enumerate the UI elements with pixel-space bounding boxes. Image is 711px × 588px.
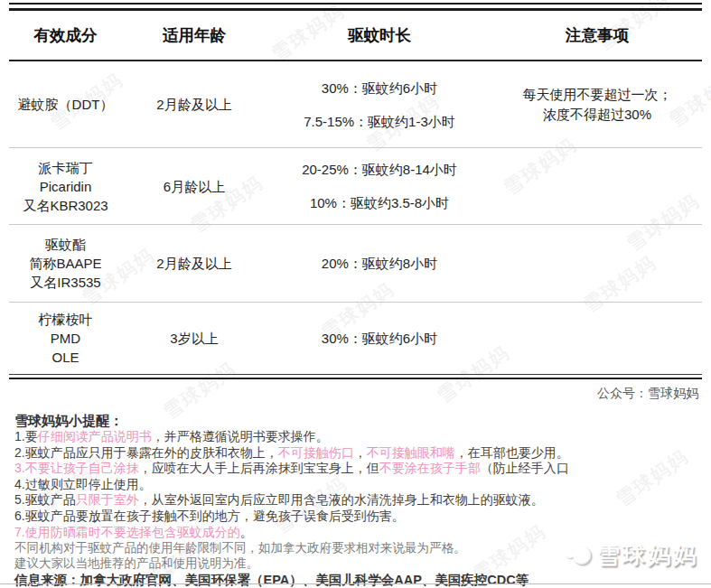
tip-text: ，应喷在大人手上后再涂抹到宝宝身上，但 [139, 461, 379, 475]
tip-line: 2.驱蚊产品应只用于暴露在外的皮肤和衣物上，不可接触伤口，不可接触眼和嘴，在耳部… [14, 445, 700, 462]
tip-text: ，并严格遵循说明书要求操作。 [152, 429, 329, 443]
duration-line: 30%：驱蚊约6小时 [322, 329, 437, 348]
tips-title: 雪球妈妈小提醒： [14, 412, 700, 429]
xueqiumama-logo: 雪球妈妈 [566, 540, 698, 570]
age-line: 2月龄及以上 [156, 95, 231, 114]
tip-text: 6.驱蚊产品要放置在孩子接触不到的地方，避免孩子误食后受到伤害。 [14, 509, 405, 523]
notes-line: 浓度不得超过30% [543, 105, 651, 125]
snowball-icon [566, 545, 591, 566]
tip-highlight: 不可接触伤口 [278, 445, 354, 460]
ingredient-line: 柠檬桉叶 [39, 310, 93, 329]
ingredient-line: 派卡瑞丁 [39, 158, 93, 177]
cell-ingredient: 驱蚊酯简称BAAPE又名IR3535 [9, 225, 122, 302]
cell-age: 6月龄以上 [122, 148, 267, 224]
table-top-double-rule [9, 3, 702, 11]
cell-duration: 20%：驱蚊约8小时 [267, 225, 492, 302]
tip-highlight: 仔细阅读产品说明书 [38, 429, 152, 443]
duration-line: 7.5-15%：驱蚊约1-3小时 [304, 112, 455, 131]
table-bottom-double-rule [9, 374, 702, 379]
tip-text: ，在耳部也要少用。 [455, 445, 569, 460]
tip-text: （防止经手入口 [481, 461, 569, 475]
source-line: 信息来源：加拿大政府官网、美国环保署（EPA）、美国儿科学会AAP、美国疾控CD… [14, 572, 700, 588]
table-body: 避蚊胺（DDT）2月龄及以上30%：驱蚊约6小时7.5-15%：驱蚊约1-3小时… [9, 61, 702, 374]
table-row: 派卡瑞丁Picaridin又名KBR30236月龄以上20-25%：驱蚊约8-1… [9, 148, 702, 225]
cell-ingredient: 派卡瑞丁Picaridin又名KBR3023 [9, 148, 122, 224]
notes-line: 每天使用不要超过一次； [523, 85, 672, 105]
tips-list: 1.要仔细阅读产品说明书，并严格遵循说明书要求操作。2.驱蚊产品应只用于暴露在外… [14, 429, 700, 540]
cell-duration: 30%：驱蚊约6小时7.5-15%：驱蚊约1-3小时 [267, 61, 492, 147]
cell-age: 2月龄及以上 [122, 225, 267, 302]
tip-highlight: 7.使用防晒霜时不要选择包含驱蚊成分的 [14, 525, 240, 539]
ingredient-line: PMD [51, 329, 80, 348]
tip-text: 5.驱蚊产品 [14, 492, 76, 507]
ingredient-line: 简称BAAPE [29, 254, 101, 273]
tip-text: 。 [240, 525, 253, 539]
tip-line: 4.过敏则立即停止使用。 [14, 477, 700, 493]
duration-line: 20-25%：驱蚊约8-14小时 [302, 160, 457, 179]
cell-ingredient: 避蚊胺（DDT） [9, 61, 122, 147]
tip-highlight: 不可接触眼和嘴 [367, 445, 455, 460]
tip-highlight: 3.不要让孩子自己涂抹 [14, 461, 139, 475]
repellent-table: 有效成分适用年龄驱蚊时长注意事项 避蚊胺（DDT）2月龄及以上30%：驱蚊约6小… [9, 3, 702, 379]
ingredient-line: 驱蚊酯 [45, 235, 86, 254]
tip-highlight: 不要涂在孩子手部 [379, 461, 481, 475]
tip-text: ，从室外返回室内后应立即用含皂液的水清洗掉身上和衣物上的驱蚊液。 [139, 492, 544, 507]
header-cell: 驱蚊时长 [267, 11, 492, 60]
header-cell: 有效成分 [9, 11, 122, 60]
header-cell: 注意事项 [492, 11, 702, 60]
table-header-row: 有效成分适用年龄驱蚊时长注意事项 [9, 11, 702, 61]
tip-text: 4.过敏则立即停止使用。 [14, 477, 152, 491]
tip-text: 2.驱蚊产品应只用于暴露在外的皮肤和衣物上， [14, 445, 278, 460]
ingredient-line: 又名KBR3023 [23, 196, 108, 215]
ingredient-line: 又名IR3535 [30, 273, 100, 292]
tip-text: ， [354, 445, 367, 460]
cell-notes [492, 148, 702, 224]
cell-duration: 20-25%：驱蚊约8-14小时10%：驱蚊约3.5-8小时 [267, 148, 492, 224]
cell-age: 2月龄及以上 [122, 61, 267, 147]
tip-text: 1.要 [14, 429, 38, 443]
footer-divider [0, 583, 711, 584]
duration-line: 10%：驱蚊约3.5-8小时 [310, 193, 449, 212]
age-line: 2月龄及以上 [156, 254, 231, 273]
header-cell: 适用年龄 [122, 11, 267, 60]
ingredient-line: 避蚊胺（DDT） [18, 95, 114, 114]
tip-highlight: 只限于室外 [76, 492, 139, 507]
age-line: 6月龄以上 [164, 177, 225, 196]
age-line: 3岁以上 [170, 329, 218, 348]
table-row: 柠檬桉叶PMDOLE3岁以上30%：驱蚊约6小时 [9, 303, 702, 374]
cell-age: 3岁以上 [122, 303, 267, 374]
tip-line: 3.不要让孩子自己涂抹，应喷在大人手上后再涂抹到宝宝身上，但不要涂在孩子手部（防… [14, 461, 700, 477]
tip-line: 7.使用防晒霜时不要选择包含驱蚊成分的。 [14, 525, 700, 541]
table-row: 驱蚊酯简称BAAPE又名IR35352月龄及以上20%：驱蚊约8小时 [9, 225, 702, 303]
table-row: 避蚊胺（DDT）2月龄及以上30%：驱蚊约6小时7.5-15%：驱蚊约1-3小时… [9, 61, 702, 148]
tip-line: 6.驱蚊产品要放置在孩子接触不到的地方，避免孩子误食后受到伤害。 [14, 509, 700, 525]
tip-line: 1.要仔细阅读产品说明书，并严格遵循说明书要求操作。 [14, 429, 700, 445]
cell-notes [492, 225, 702, 302]
duration-line: 30%：驱蚊约6小时 [322, 79, 437, 98]
logo-text: 雪球妈妈 [597, 540, 698, 570]
ingredient-line: OLE [51, 348, 79, 367]
cell-duration: 30%：驱蚊约6小时 [267, 303, 492, 374]
cell-notes [492, 303, 702, 374]
account-label: 公众号：雪球妈妈 [0, 386, 698, 402]
cell-ingredient: 柠檬桉叶PMDOLE [9, 303, 122, 374]
ingredient-line: Picaridin [40, 177, 92, 196]
cell-notes: 每天使用不要超过一次；浓度不得超过30% [492, 61, 702, 147]
tip-line: 5.驱蚊产品只限于室外，从室外返回室内后应立即用含皂液的水清洗掉身上和衣物上的驱… [14, 492, 700, 509]
duration-line: 20%：驱蚊约8小时 [322, 254, 437, 273]
